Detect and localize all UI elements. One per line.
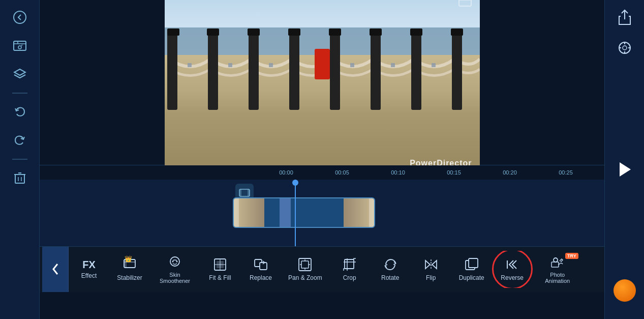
ruler-mark-3: 00:15	[426, 169, 482, 176]
undo-icon[interactable]	[8, 100, 32, 124]
svg-rect-17	[248, 28, 260, 36]
svg-rect-35	[459, 0, 471, 6]
crop-label: Crop	[343, 274, 356, 281]
svg-rect-15	[207, 28, 219, 36]
svg-rect-22	[371, 34, 381, 110]
help-settings-icon[interactable]	[612, 36, 637, 60]
main-content: PowerDirector 00:00 00:05 00:10 00:15 0	[40, 0, 604, 319]
svg-rect-60	[345, 259, 354, 269]
video-area: PowerDirector	[40, 0, 604, 165]
clip-middle	[264, 198, 344, 227]
svg-rect-30	[228, 63, 232, 67]
fit-fill-label: Fit & Fill	[209, 274, 231, 281]
ruler-mark-5: 00:25	[538, 169, 594, 176]
replace-icon	[254, 257, 268, 272]
redo-icon[interactable]	[8, 128, 32, 153]
delete-icon[interactable]	[8, 166, 32, 190]
toolbar-item-fit-fill[interactable]: Fit & Fill	[200, 253, 240, 285]
svg-rect-29	[188, 63, 192, 67]
svg-rect-70	[551, 262, 559, 267]
stabilizer-label: Stabilizer	[117, 274, 142, 281]
photo-animation-label: PhotoAnimation	[540, 272, 575, 284]
playhead[interactable]	[295, 180, 296, 246]
try-badge: TRY	[565, 253, 578, 259]
video-clip[interactable]	[233, 197, 375, 228]
play-button[interactable]	[612, 157, 637, 182]
clip-icon	[458, 0, 472, 10]
flip-icon	[424, 257, 438, 272]
fit-fill-icon	[213, 257, 227, 272]
skin-smoothener-label: SkinSmoothener	[157, 272, 193, 284]
right-sidebar	[604, 0, 644, 319]
left-sidebar	[0, 0, 40, 319]
svg-marker-63	[425, 260, 430, 269]
svg-point-46	[172, 260, 174, 262]
media-music-icon[interactable]	[8, 34, 32, 58]
orange-record-dot[interactable]	[612, 278, 637, 303]
timeline-area: 00:00 00:05 00:10 00:15 00:20 00:25	[40, 165, 604, 246]
svg-rect-12	[167, 34, 177, 110]
toolbar-item-rotate[interactable]: Rotate	[370, 253, 411, 285]
svg-rect-27	[451, 28, 463, 36]
bottom-toolbar: FX Effect 👑 Stabilizer	[40, 246, 604, 292]
svg-rect-33	[391, 63, 395, 67]
toolbar-item-flip[interactable]: Flip	[411, 253, 451, 285]
svg-rect-39	[248, 189, 250, 196]
ruler-mark-2: 00:10	[370, 169, 426, 176]
toolbar-item-duplicate[interactable]: Duplicate	[451, 253, 492, 285]
ruler-mark-4: 00:20	[482, 169, 538, 176]
crop-icon	[343, 257, 357, 272]
sidebar-divider-2	[12, 159, 27, 160]
toolbar-item-skin-smoothener[interactable]: SkinSmoothener	[150, 251, 200, 288]
svg-rect-67	[469, 258, 478, 268]
clip-handle-left[interactable]	[234, 198, 239, 227]
toolbar-item-fx[interactable]: FX Effect	[69, 255, 109, 283]
svg-rect-38	[239, 189, 241, 196]
toolbar-item-replace[interactable]: Replace	[240, 253, 281, 285]
back-nav-icon[interactable]	[8, 5, 32, 30]
crown-badge: 👑	[125, 255, 132, 263]
share-icon[interactable]	[612, 5, 637, 30]
toolbar-item-reverse[interactable]: Reverse	[492, 253, 533, 285]
toolbar-item-photo-animation[interactable]: TRY PhotoAnimation	[533, 251, 582, 288]
ruler-marks: 00:00 00:05 00:10 00:15 00:20 00:25	[258, 169, 594, 176]
svg-point-0	[14, 11, 26, 23]
layers-icon[interactable]	[8, 62, 32, 86]
rotate-label: Rotate	[381, 274, 399, 281]
sidebar-divider-1	[12, 93, 27, 94]
duplicate-label: Duplicate	[459, 274, 484, 281]
svg-marker-64	[432, 260, 437, 269]
video-preview: PowerDirector	[165, 0, 480, 174]
fx-label: Effect	[81, 272, 97, 279]
svg-point-4	[18, 46, 21, 49]
svg-rect-20	[330, 34, 340, 110]
timeline-tracks	[40, 180, 604, 246]
svg-point-45	[170, 257, 179, 266]
toolbar-item-stabilizer[interactable]: 👑 Stabilizer	[109, 253, 150, 285]
photo-animation-icon	[550, 255, 565, 269]
svg-rect-21	[329, 28, 341, 36]
svg-rect-28	[315, 49, 330, 79]
clip-handle-right[interactable]	[369, 198, 374, 227]
svg-rect-26	[452, 34, 462, 110]
svg-point-69	[554, 258, 558, 262]
svg-point-72	[623, 46, 627, 50]
toolbar-items: FX Effect 👑 Stabilizer	[69, 251, 582, 288]
svg-rect-13	[167, 28, 179, 36]
orange-dot-indicator	[614, 279, 636, 302]
svg-rect-24	[411, 34, 421, 110]
svg-rect-23	[370, 28, 382, 36]
svg-point-47	[176, 260, 178, 262]
svg-rect-25	[410, 28, 422, 36]
replace-label: Replace	[250, 274, 272, 281]
svg-rect-19	[288, 28, 300, 36]
timeline-ruler: 00:00 00:05 00:10 00:15 00:20 00:25	[40, 165, 604, 180]
toolbar-item-crop[interactable]: Crop	[329, 253, 370, 285]
pan-zoom-label: Pan & Zoom	[288, 274, 322, 281]
svg-rect-32	[350, 63, 354, 67]
toolbar-back-button[interactable]	[42, 246, 69, 292]
fx-icon: FX	[82, 259, 96, 270]
svg-marker-6	[14, 69, 25, 75]
duplicate-icon	[465, 257, 479, 272]
toolbar-item-pan-zoom[interactable]: Pan & Zoom	[281, 253, 329, 285]
